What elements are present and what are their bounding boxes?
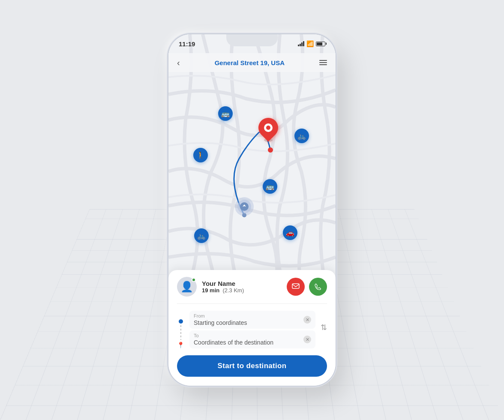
destination-pin-head <box>254 114 282 141</box>
map-icon-walk: 🚶 <box>193 148 208 162</box>
driver-avatar: 👤 <box>177 277 197 297</box>
svg-marker-3 <box>243 204 246 207</box>
battery-icon <box>316 42 325 46</box>
phone-screen: 🚌 🚶 🚲 🚌 🚗 🚲 <box>168 34 336 386</box>
status-icons: 📶 <box>298 40 325 47</box>
to-label: To <box>194 333 311 338</box>
route-fields: 📍 From Starting coordinates ✕ To Coordin… <box>177 311 327 348</box>
location-marker-ring <box>237 200 251 213</box>
to-clear-button[interactable]: ✕ <box>303 336 311 343</box>
swap-button[interactable]: ⇅ <box>321 311 327 348</box>
destination-pin <box>258 118 278 142</box>
swap-icon: ⇅ <box>321 323 327 332</box>
status-time: 11:19 <box>179 40 195 48</box>
from-value: Starting coordinates <box>194 319 311 326</box>
notch <box>226 34 278 46</box>
status-bar: 11:19 📶 <box>168 34 336 53</box>
driver-eta: 19 min (2.3 Km) <box>202 287 282 294</box>
map-icon-bike1: 🚲 <box>294 129 309 143</box>
message-button[interactable] <box>287 278 305 296</box>
signal-icon <box>298 41 304 46</box>
avatar-icon: 👤 <box>180 281 193 293</box>
call-button[interactable] <box>309 278 327 296</box>
route-end-pin: 📍 <box>177 342 184 348</box>
wifi-icon: 📶 <box>306 40 314 47</box>
to-value: Coordinates of the destination <box>194 339 311 346</box>
start-button[interactable]: Start to destination <box>177 355 327 377</box>
route-line-indicator: 📍 <box>177 311 184 348</box>
driver-name: Your Name <box>202 280 282 287</box>
svg-rect-4 <box>292 284 299 288</box>
nav-title: General Street 19, USA <box>215 59 285 66</box>
map-icon-bike2: 🚲 <box>194 228 209 243</box>
phone-shell: 🚌 🚶 🚲 🚌 🚗 🚲 <box>168 34 336 386</box>
driver-row: 👤 Your Name 19 min (2.3 Km) <box>177 277 327 304</box>
back-button[interactable]: ‹ <box>177 58 180 68</box>
route-inputs: From Starting coordinates ✕ To Coordinat… <box>189 311 315 348</box>
route-dashed-line <box>180 325 181 340</box>
driver-info: Your Name 19 min (2.3 Km) <box>202 280 282 294</box>
eta-time: 19 min <box>202 287 219 294</box>
location-marker-dot <box>240 202 249 211</box>
online-indicator <box>192 278 196 282</box>
destination-pin-dot <box>266 126 270 130</box>
battery-fill <box>317 42 322 45</box>
driver-actions <box>287 278 327 296</box>
map-icon-bus1: 🚌 <box>218 106 233 121</box>
nav-bar: ‹ General Street 19, USA <box>168 53 336 72</box>
eta-distance: (2.3 Km) <box>222 287 244 294</box>
map-icon-bus2: 🚌 <box>263 179 277 194</box>
current-location-marker <box>235 197 254 216</box>
map-icon-car: 🚗 <box>283 225 297 240</box>
from-field[interactable]: From Starting coordinates ✕ <box>189 311 315 329</box>
to-field[interactable]: To Coordinates of the destination ✕ <box>189 330 315 348</box>
destination-pin-inner <box>264 123 273 132</box>
from-clear-button[interactable]: ✕ <box>303 316 311 324</box>
menu-button[interactable] <box>319 60 327 65</box>
route-start-dot <box>179 319 183 324</box>
from-label: From <box>194 313 311 318</box>
bottom-panel: 👤 Your Name 19 min (2.3 Km) <box>168 270 336 386</box>
